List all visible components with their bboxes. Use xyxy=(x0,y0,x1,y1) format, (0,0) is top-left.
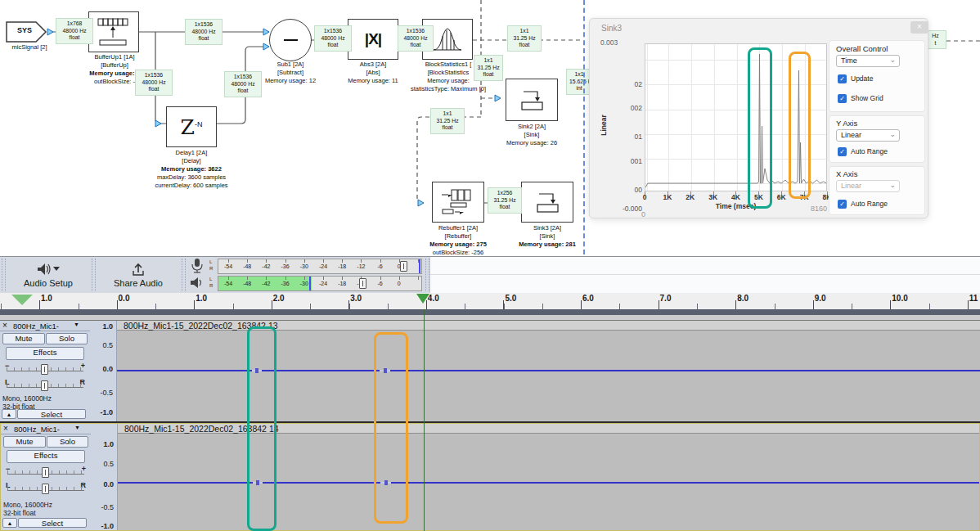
panel-heading: X Axis xyxy=(836,169,857,178)
track-name[interactable]: 800Hz_Mic1- xyxy=(13,322,59,331)
x-axis-panel: X Axis Linear ⌄ ✓ Auto Range xyxy=(829,166,925,215)
amplitude-ruler[interactable]: 1.00.50.0-0.5-1.0 xyxy=(91,424,118,530)
y-scale-select[interactable]: Linear ⌄ xyxy=(836,129,900,142)
domain-select[interactable]: Time ⌄ xyxy=(836,55,900,67)
annotation-teal-box xyxy=(247,326,276,531)
share-upload-icon xyxy=(130,263,146,277)
audio-track-2-focused: × 800Hz_Mic1- ▼ Mute Solo Effects − + L … xyxy=(0,423,980,531)
gain-slider[interactable]: − + xyxy=(3,362,87,376)
timeline-ruler[interactable]: 1.00.01.02.03.04.05.06.07.08.09.010.011 xyxy=(0,293,980,321)
track-name[interactable]: 800Hz_Mic1- xyxy=(14,425,60,434)
audio-setup-button[interactable]: Audio Setup xyxy=(7,258,89,292)
annotation-teal-box xyxy=(748,47,772,209)
sys-input-caption: micSignal [2] xyxy=(0,43,59,52)
gain-slider-thumb[interactable] xyxy=(42,467,49,478)
gain-slider[interactable]: − + xyxy=(4,465,88,479)
block-bufferup1[interactable] xyxy=(88,11,139,52)
sink-icon xyxy=(531,189,564,215)
pan-slider[interactable]: L R xyxy=(4,481,88,496)
record-meter-button[interactable] xyxy=(187,259,207,273)
y-axis-tick-labels: 020020100100-0.000 xyxy=(609,43,642,207)
delay-icon: Z-N xyxy=(181,115,203,139)
toolbar-grip[interactable] xyxy=(2,259,6,291)
playhead-triangle-icon[interactable] xyxy=(416,294,429,304)
clip-header[interactable]: 800Hz_Mic1-15_2022Dec02_163842 13 xyxy=(117,321,980,331)
audio-track-1: × 800Hz_Mic1- ▼ Mute Solo Effects − + L … xyxy=(0,321,980,421)
checkbox-checked-icon[interactable]: ✓ xyxy=(838,200,847,209)
panel-heading: Y Axis xyxy=(836,119,857,128)
toolbar-grip[interactable] xyxy=(182,259,186,291)
block-rebuffer1[interactable] xyxy=(432,182,484,223)
sink2-caption: Sink2 [2A][Sink]Memory usage: 26 xyxy=(481,123,582,147)
block-sink2[interactable] xyxy=(506,79,558,121)
meter-ticks xyxy=(218,259,421,263)
chevron-down-icon: ⌄ xyxy=(889,180,896,191)
amplitude-ruler[interactable]: 1.00.50.0-0.5-1.0 xyxy=(90,321,117,421)
x-range-max: 8160 xyxy=(790,205,827,213)
track-menu-dropdown-icon[interactable]: ▼ xyxy=(74,425,80,430)
playback-meter[interactable]: -54-48-42-36-30-24-18-12-60 xyxy=(218,276,422,291)
effects-button[interactable]: Effects xyxy=(6,347,84,360)
timeline-options-triangle-icon[interactable] xyxy=(11,295,33,305)
blockstatistics-icon xyxy=(430,25,465,54)
sink3-plot-window: Sink3 × 0.003 020020100100-0.000 Linear … xyxy=(589,18,928,218)
ruler-lower-strip xyxy=(0,315,980,320)
wire-label: 1x25631.25 Hzfloat xyxy=(488,187,522,214)
block-abs3[interactable]: |X| xyxy=(348,19,398,60)
select-button[interactable]: Select xyxy=(17,409,86,419)
pan-slider[interactable]: L R xyxy=(3,378,87,393)
gain-slider-thumb[interactable] xyxy=(41,364,48,375)
sys-input-label: SYS xyxy=(8,26,41,34)
toolbar-grip[interactable] xyxy=(92,259,96,291)
scrub-bar[interactable] xyxy=(0,309,980,315)
signal-flow-canvas: SYS micSignal [2] BufferUp1 [1A][BufferU… xyxy=(0,0,980,256)
meter-peak-line xyxy=(419,259,420,273)
recording-meter[interactable]: -54-48-42-36-30-24-18-12-60 xyxy=(218,259,422,274)
checkbox-checked-icon[interactable]: ✓ xyxy=(838,74,847,83)
mute-button[interactable]: Mute xyxy=(2,333,45,344)
wire-label: 1x153648000 Hzfloat xyxy=(185,19,223,45)
checkbox-checked-icon[interactable]: ✓ xyxy=(838,94,847,103)
chevron-down-icon: ⌄ xyxy=(889,55,896,65)
block-delay1[interactable]: Z-N xyxy=(166,106,217,147)
record-meter-channels: LR xyxy=(209,259,213,272)
recording-volume-handle[interactable] xyxy=(400,261,407,272)
playback-meter-channels: LR xyxy=(209,276,213,289)
track-header: × 800Hz_Mic1- ▼ xyxy=(0,321,90,331)
solo-button[interactable]: Solo xyxy=(46,333,88,344)
ruler-major-ticks xyxy=(0,300,980,309)
y-axis-title: Linear xyxy=(600,115,608,136)
block-sink3[interactable] xyxy=(521,182,573,223)
wire-label: 1x131.25 Hzfloat xyxy=(430,108,465,134)
playback-cursor-line xyxy=(424,309,425,531)
playback-volume-handle[interactable] xyxy=(359,278,366,289)
select-button[interactable]: Select xyxy=(18,518,87,528)
wire-label: 1x76848000 Hzfloat xyxy=(56,18,93,44)
block-sub1[interactable] xyxy=(269,19,312,61)
pan-slider-thumb[interactable] xyxy=(41,380,48,391)
x-range-min: 0 xyxy=(641,210,645,218)
x-scale-select-disabled: Linear ⌄ xyxy=(836,180,900,192)
close-track-icon[interactable]: × xyxy=(3,424,8,433)
collapse-track-button[interactable]: ▲ xyxy=(2,518,17,528)
caret-down-icon xyxy=(53,267,61,272)
solo-button[interactable]: Solo xyxy=(47,436,88,448)
wire-label: 1x153648000 Hzfloat xyxy=(135,70,173,96)
sink-icon xyxy=(515,87,548,113)
share-audio-button[interactable]: Share Audio xyxy=(97,258,179,292)
pan-slider-thumb[interactable] xyxy=(42,484,49,494)
checkbox-checked-icon[interactable]: ✓ xyxy=(838,147,847,156)
track-menu-dropdown-icon[interactable]: ▼ xyxy=(74,322,79,327)
wire-label: 1x131.25 Hzfloat xyxy=(507,25,542,52)
effects-button[interactable]: Effects xyxy=(7,450,85,463)
meter-peak-line xyxy=(309,277,311,290)
playback-meter-button[interactable] xyxy=(187,276,207,290)
close-icon[interactable]: × xyxy=(910,21,928,34)
annotation-orange-box xyxy=(374,332,408,524)
track-header: × 800Hz_Mic1- ▼ xyxy=(1,424,91,434)
collapse-track-button[interactable]: ▲ xyxy=(2,409,16,419)
track-control-panel: × 800Hz_Mic1- ▼ Mute Solo Effects − + L … xyxy=(1,424,91,530)
chevron-down-icon: ⌄ xyxy=(889,129,896,140)
close-track-icon[interactable]: × xyxy=(2,321,7,330)
mute-button[interactable]: Mute xyxy=(3,436,46,448)
